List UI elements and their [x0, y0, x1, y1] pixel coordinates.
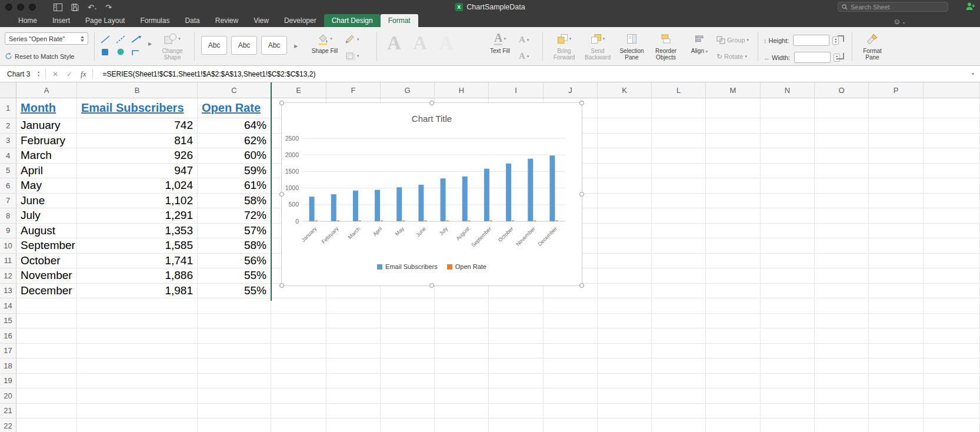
cell-A3[interactable]: February — [16, 134, 77, 149]
cell-O14[interactable] — [815, 298, 869, 314]
cell-A6[interactable]: May — [16, 178, 77, 194]
cell-N11[interactable] — [761, 254, 815, 269]
row-header-19[interactable]: 19 — [0, 374, 16, 389]
cell-O15[interactable] — [815, 314, 869, 329]
bring-forward-button[interactable]: ▾ Bring Forward — [548, 32, 580, 61]
cell-B17[interactable] — [77, 344, 198, 359]
cell-K7[interactable] — [598, 194, 652, 209]
cell-O10[interactable] — [815, 238, 869, 254]
cell-J14[interactable] — [544, 298, 598, 314]
cell-H19[interactable] — [435, 374, 489, 389]
tab-insert[interactable]: Insert — [45, 14, 78, 27]
tab-home[interactable]: Home — [11, 14, 45, 27]
row-header-11[interactable]: 11 — [0, 254, 16, 269]
cell-A19[interactable] — [16, 374, 77, 389]
cell-F19[interactable] — [326, 374, 381, 389]
cell-O11[interactable] — [815, 254, 869, 269]
cell-P3[interactable] — [869, 134, 924, 149]
cell-E17[interactable] — [271, 344, 326, 359]
cell-H21[interactable] — [435, 404, 489, 419]
cell-K13[interactable] — [598, 284, 652, 299]
cell-P6[interactable] — [869, 178, 924, 194]
cell-X15[interactable] — [924, 314, 980, 329]
cell-K20[interactable] — [598, 388, 652, 404]
cell-O2[interactable] — [815, 118, 869, 134]
text-outline-button[interactable]: A▾ — [519, 35, 529, 45]
cell-A18[interactable] — [16, 358, 77, 374]
cell-M2[interactable] — [706, 118, 761, 134]
cell-E18[interactable] — [271, 358, 326, 374]
cell-A7[interactable]: June — [16, 194, 77, 209]
rotate-button[interactable]: ↻ Rotate ▾ — [716, 52, 747, 61]
cell-L6[interactable] — [652, 178, 706, 194]
cell-F20[interactable] — [326, 388, 381, 404]
cell-L18[interactable] — [652, 358, 706, 374]
cell-O6[interactable] — [815, 178, 869, 194]
cell-L22[interactable] — [652, 418, 706, 432]
cell-G18[interactable] — [381, 358, 435, 374]
cell-K15[interactable] — [598, 314, 652, 329]
cell-P9[interactable] — [869, 224, 924, 239]
cell-N6[interactable] — [761, 178, 815, 194]
cell-P14[interactable] — [869, 298, 924, 314]
minimize-window-button[interactable] — [17, 4, 24, 11]
cell-I15[interactable] — [489, 314, 544, 329]
cell-O8[interactable] — [815, 208, 869, 224]
cell-F22[interactable] — [326, 418, 381, 432]
tab-view[interactable]: View — [246, 14, 276, 27]
chart-resize-handle[interactable] — [429, 283, 434, 288]
cell-L12[interactable] — [652, 268, 706, 284]
row-header-16[interactable]: 16 — [0, 328, 16, 344]
cell-B12[interactable]: 1,886 — [77, 268, 198, 284]
cell-A8[interactable]: July — [16, 208, 77, 224]
chart-resize-handle[interactable] — [579, 283, 584, 288]
cell-O20[interactable] — [815, 388, 869, 404]
cell-O12[interactable] — [815, 268, 869, 284]
cell-L2[interactable] — [652, 118, 706, 134]
confirm-formula-icon[interactable]: ✓ — [66, 70, 72, 78]
cell-K19[interactable] — [598, 374, 652, 389]
column-header-H[interactable]: H — [435, 82, 489, 98]
cell-J15[interactable] — [544, 314, 598, 329]
cell-I20[interactable] — [489, 388, 544, 404]
cell-O9[interactable] — [815, 224, 869, 239]
cell-X3[interactable] — [924, 134, 980, 149]
row-header-13[interactable]: 13 — [0, 284, 16, 299]
cell-M5[interactable] — [706, 164, 761, 179]
cell-A20[interactable] — [16, 388, 77, 404]
cell-X6[interactable] — [924, 178, 980, 194]
cell-X11[interactable] — [924, 254, 980, 269]
cell-X21[interactable] — [924, 404, 980, 419]
cell-P16[interactable] — [869, 328, 924, 344]
cell-X19[interactable] — [924, 374, 980, 389]
cell-X22[interactable] — [924, 418, 980, 432]
cell-X16[interactable] — [924, 328, 980, 344]
change-shape-button[interactable]: ▾ Change Shape — [154, 32, 191, 61]
cell-P2[interactable] — [869, 118, 924, 134]
cell-E20[interactable] — [271, 388, 326, 404]
reorder-objects-button[interactable]: Reorder Objects — [649, 32, 682, 61]
cell-M12[interactable] — [706, 268, 761, 284]
tab-page-layout[interactable]: Page Layout — [78, 14, 132, 27]
cell-M18[interactable] — [706, 358, 761, 374]
cell-C3[interactable]: 62% — [198, 134, 271, 149]
cell-M15[interactable] — [706, 314, 761, 329]
cell-M21[interactable] — [706, 404, 761, 419]
chart-resize-handle[interactable] — [429, 101, 434, 105]
cell-N15[interactable] — [761, 314, 815, 329]
cell-B11[interactable]: 1,741 — [77, 254, 198, 269]
cell-X17[interactable] — [924, 344, 980, 359]
bar-open-rate-february[interactable] — [337, 221, 339, 222]
send-backward-button[interactable]: ▾ Send Backward — [581, 32, 614, 61]
bar-email-subscribers-february[interactable] — [331, 194, 336, 221]
cell-M22[interactable] — [706, 418, 761, 432]
chart-resize-handle[interactable] — [279, 283, 284, 288]
format-pane-button[interactable]: Format Pane — [856, 32, 888, 61]
column-header-N[interactable]: N — [761, 82, 815, 98]
cell-F14[interactable] — [326, 298, 381, 314]
cell-E22[interactable] — [271, 418, 326, 432]
cell-L19[interactable] — [652, 374, 706, 389]
cell-I18[interactable] — [489, 358, 544, 374]
cell-J17[interactable] — [544, 344, 598, 359]
cell-F16[interactable] — [326, 328, 381, 344]
